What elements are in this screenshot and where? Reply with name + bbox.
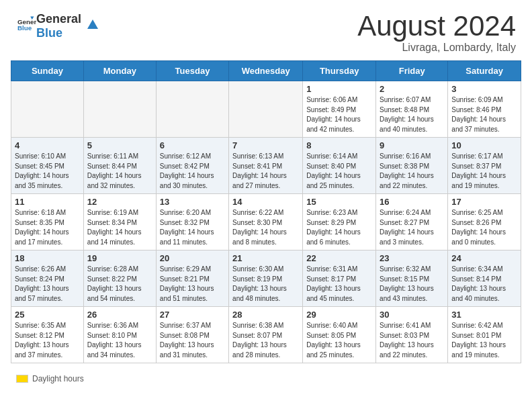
- calendar-day-cell: 25Sunrise: 6:35 AMSunset: 8:12 PMDayligh…: [11, 307, 84, 363]
- calendar-day-cell: 24Sunrise: 6:34 AMSunset: 8:14 PMDayligh…: [448, 250, 521, 307]
- calendar-day-cell: 16Sunrise: 6:24 AMSunset: 8:27 PMDayligh…: [376, 194, 448, 250]
- day-info: Sunrise: 6:37 AMSunset: 8:08 PMDaylight:…: [160, 321, 225, 360]
- day-number: 9: [380, 140, 444, 150]
- day-number: 13: [160, 197, 225, 207]
- calendar-day-cell: 28Sunrise: 6:38 AMSunset: 8:07 PMDayligh…: [229, 307, 303, 363]
- calendar-day-cell: 17Sunrise: 6:25 AMSunset: 8:26 PMDayligh…: [448, 194, 521, 250]
- day-number: 14: [232, 197, 299, 207]
- day-info: Sunrise: 6:30 AMSunset: 8:19 PMDaylight:…: [232, 265, 299, 304]
- calendar-day-cell: 1Sunrise: 6:06 AMSunset: 8:49 PMDaylight…: [303, 81, 376, 138]
- day-number: 22: [306, 253, 372, 263]
- day-info: Sunrise: 6:35 AMSunset: 8:12 PMDaylight:…: [15, 321, 80, 360]
- logo-blue-text: Blue: [36, 26, 81, 40]
- day-info: Sunrise: 6:13 AMSunset: 8:41 PMDaylight:…: [232, 152, 299, 191]
- day-info: Sunrise: 6:31 AMSunset: 8:17 PMDaylight:…: [306, 265, 372, 304]
- weekday-header-cell: Monday: [83, 61, 156, 81]
- day-info: Sunrise: 6:29 AMSunset: 8:21 PMDaylight:…: [160, 265, 225, 304]
- logo-general-text: General: [36, 12, 81, 26]
- weekday-header-cell: Thursday: [303, 61, 376, 81]
- calendar-day-cell: [156, 81, 228, 138]
- day-number: 21: [232, 253, 299, 263]
- day-number: 29: [306, 310, 372, 320]
- location: Livraga, Lombardy, Italy: [357, 42, 516, 54]
- legend-box: [16, 375, 28, 383]
- day-number: 2: [380, 84, 444, 94]
- day-number: 27: [160, 310, 225, 320]
- calendar-body: 1Sunrise: 6:06 AMSunset: 8:49 PMDaylight…: [11, 81, 521, 363]
- day-info: Sunrise: 6:34 AMSunset: 8:14 PMDaylight:…: [451, 265, 517, 304]
- day-info: Sunrise: 6:11 AMSunset: 8:44 PMDaylight:…: [87, 152, 152, 191]
- weekday-header-cell: Sunday: [11, 61, 84, 81]
- calendar-header-row: SundayMondayTuesdayWednesdayThursdayFrid…: [11, 61, 521, 81]
- svg-text:Blue: Blue: [17, 24, 32, 32]
- legend: Daylight hours: [0, 369, 532, 389]
- calendar-day-cell: 26Sunrise: 6:36 AMSunset: 8:10 PMDayligh…: [83, 307, 156, 363]
- logo-triangle-icon: [83, 17, 98, 32]
- day-info: Sunrise: 6:22 AMSunset: 8:30 PMDaylight:…: [232, 208, 299, 247]
- day-number: 6: [160, 140, 225, 150]
- calendar-day-cell: 18Sunrise: 6:26 AMSunset: 8:24 PMDayligh…: [11, 250, 84, 307]
- title-section: August 2024 Livraga, Lombardy, Italy: [357, 12, 516, 54]
- day-number: 28: [232, 310, 299, 320]
- day-number: 25: [15, 310, 80, 320]
- calendar-day-cell: 30Sunrise: 6:41 AMSunset: 8:03 PMDayligh…: [376, 307, 448, 363]
- calendar-day-cell: 13Sunrise: 6:20 AMSunset: 8:32 PMDayligh…: [156, 194, 228, 250]
- month-title: August 2024: [357, 12, 516, 40]
- calendar-day-cell: [11, 81, 84, 138]
- header: General Blue General Blue August 2024 Li…: [0, 0, 532, 60]
- day-number: 20: [160, 253, 225, 263]
- day-number: 16: [380, 197, 444, 207]
- day-number: 5: [87, 140, 152, 150]
- day-number: 11: [15, 197, 80, 207]
- weekday-header-cell: Tuesday: [156, 61, 228, 81]
- day-number: 24: [451, 253, 517, 263]
- day-info: Sunrise: 6:14 AMSunset: 8:40 PMDaylight:…: [306, 152, 372, 191]
- day-number: 1: [306, 84, 372, 94]
- logo-icon: General Blue: [17, 15, 36, 34]
- day-info: Sunrise: 6:07 AMSunset: 8:48 PMDaylight:…: [380, 95, 444, 134]
- weekday-header-cell: Friday: [376, 61, 448, 81]
- day-info: Sunrise: 6:19 AMSunset: 8:34 PMDaylight:…: [87, 208, 152, 247]
- calendar-day-cell: [83, 81, 156, 138]
- calendar-day-cell: 21Sunrise: 6:30 AMSunset: 8:19 PMDayligh…: [229, 250, 303, 307]
- day-info: Sunrise: 6:38 AMSunset: 8:07 PMDaylight:…: [232, 321, 299, 360]
- calendar-day-cell: 23Sunrise: 6:32 AMSunset: 8:15 PMDayligh…: [376, 250, 448, 307]
- calendar-day-cell: 11Sunrise: 6:18 AMSunset: 8:35 PMDayligh…: [11, 194, 84, 250]
- calendar-day-cell: 14Sunrise: 6:22 AMSunset: 8:30 PMDayligh…: [229, 194, 303, 250]
- calendar-day-cell: 9Sunrise: 6:16 AMSunset: 8:38 PMDaylight…: [376, 138, 448, 194]
- day-info: Sunrise: 6:20 AMSunset: 8:32 PMDaylight:…: [160, 208, 225, 247]
- day-number: 8: [306, 140, 372, 150]
- day-info: Sunrise: 6:25 AMSunset: 8:26 PMDaylight:…: [451, 208, 517, 247]
- day-info: Sunrise: 6:36 AMSunset: 8:10 PMDaylight:…: [87, 321, 152, 360]
- calendar-day-cell: 7Sunrise: 6:13 AMSunset: 8:41 PMDaylight…: [229, 138, 303, 194]
- calendar-week-row: 25Sunrise: 6:35 AMSunset: 8:12 PMDayligh…: [11, 307, 521, 363]
- calendar-day-cell: 15Sunrise: 6:23 AMSunset: 8:29 PMDayligh…: [303, 194, 376, 250]
- calendar-day-cell: 22Sunrise: 6:31 AMSunset: 8:17 PMDayligh…: [303, 250, 376, 307]
- day-number: 3: [451, 84, 517, 94]
- day-info: Sunrise: 6:41 AMSunset: 8:03 PMDaylight:…: [380, 321, 444, 360]
- day-number: 10: [451, 140, 517, 150]
- calendar-day-cell: 3Sunrise: 6:09 AMSunset: 8:46 PMDaylight…: [448, 81, 521, 138]
- calendar-day-cell: 6Sunrise: 6:12 AMSunset: 8:42 PMDaylight…: [156, 138, 228, 194]
- day-info: Sunrise: 6:23 AMSunset: 8:29 PMDaylight:…: [306, 208, 372, 247]
- svg-marker-3: [87, 19, 98, 29]
- logo: General Blue General Blue: [16, 12, 98, 40]
- calendar-week-row: 1Sunrise: 6:06 AMSunset: 8:49 PMDaylight…: [11, 81, 521, 138]
- day-number: 17: [451, 197, 517, 207]
- day-info: Sunrise: 6:17 AMSunset: 8:37 PMDaylight:…: [451, 152, 517, 191]
- day-number: 12: [87, 197, 152, 207]
- weekday-header-cell: Saturday: [448, 61, 521, 81]
- day-info: Sunrise: 6:24 AMSunset: 8:27 PMDaylight:…: [380, 208, 444, 247]
- calendar-day-cell: 5Sunrise: 6:11 AMSunset: 8:44 PMDaylight…: [83, 138, 156, 194]
- calendar-day-cell: 27Sunrise: 6:37 AMSunset: 8:08 PMDayligh…: [156, 307, 228, 363]
- calendar-day-cell: 4Sunrise: 6:10 AMSunset: 8:45 PMDaylight…: [11, 138, 84, 194]
- day-info: Sunrise: 6:40 AMSunset: 8:05 PMDaylight:…: [306, 321, 372, 360]
- day-info: Sunrise: 6:06 AMSunset: 8:49 PMDaylight:…: [306, 95, 372, 134]
- calendar-day-cell: 2Sunrise: 6:07 AMSunset: 8:48 PMDaylight…: [376, 81, 448, 138]
- calendar-day-cell: 31Sunrise: 6:42 AMSunset: 8:01 PMDayligh…: [448, 307, 521, 363]
- calendar-day-cell: [229, 81, 303, 138]
- day-number: 30: [380, 310, 444, 320]
- calendar-day-cell: 20Sunrise: 6:29 AMSunset: 8:21 PMDayligh…: [156, 250, 228, 307]
- calendar-wrapper: SundayMondayTuesdayWednesdayThursdayFrid…: [0, 60, 532, 369]
- day-info: Sunrise: 6:16 AMSunset: 8:38 PMDaylight:…: [380, 152, 444, 191]
